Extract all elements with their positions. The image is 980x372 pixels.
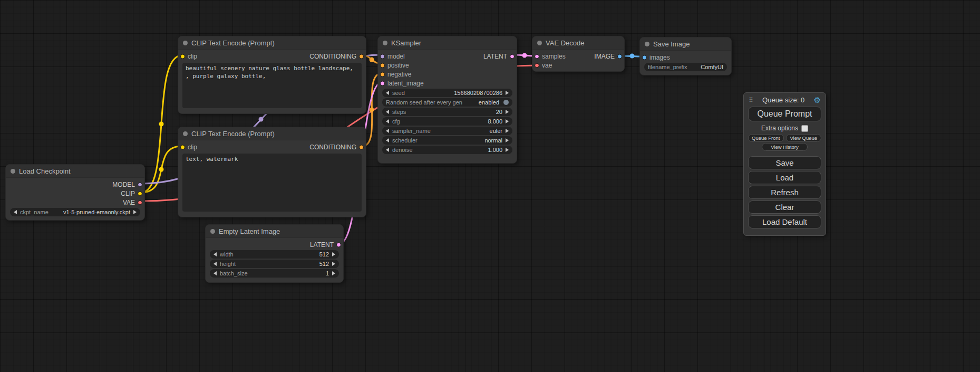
increment-icon[interactable] (332, 262, 335, 266)
scheduler-widget[interactable]: scheduler normal (382, 136, 512, 145)
extra-options-row: Extra options (748, 125, 821, 132)
slot-label: CONDITIONING (309, 53, 366, 60)
decrement-icon[interactable] (386, 110, 389, 114)
latent-output-dot[interactable] (336, 242, 341, 247)
filename-prefix-widget[interactable]: filename_prefix ComfyUI (644, 63, 727, 71)
collapse-toggle-icon[interactable] (11, 169, 15, 174)
positive-prompt-textarea[interactable]: beautiful scenery nature glass bottle la… (182, 63, 362, 108)
batch-size-widget[interactable]: batch_size 1 (210, 269, 339, 278)
increment-icon[interactable] (332, 252, 335, 256)
collapse-toggle-icon[interactable] (645, 42, 649, 46)
random-seed-toggle-widget[interactable]: Random seed after every gen enabled (382, 98, 512, 107)
decrement-icon[interactable] (214, 252, 217, 256)
sampler-name-widget[interactable]: sampler_name euler (382, 127, 512, 135)
extra-options-checkbox[interactable] (801, 125, 808, 132)
negative-prompt-textarea[interactable]: text, watermark (182, 154, 362, 212)
collapse-toggle-icon[interactable] (210, 229, 215, 234)
denoise-widget[interactable]: denoise 1.000 (382, 146, 512, 154)
model-input-dot[interactable] (380, 54, 385, 59)
slot-label: latent_image (378, 80, 424, 87)
conditioning-output-dot[interactable] (359, 54, 364, 59)
vae-input-dot[interactable] (535, 63, 539, 68)
node-header[interactable]: Load Checkpoint (6, 165, 144, 178)
widget-label: scheduler (392, 137, 418, 144)
decrement-icon[interactable] (386, 129, 389, 133)
view-queue-button[interactable]: View Queue (786, 134, 822, 142)
latent-output-dot[interactable] (510, 54, 515, 59)
node-vae-decode[interactable]: VAE Decode samples IMAGE vae (532, 36, 625, 72)
increment-icon[interactable] (506, 138, 509, 142)
clear-button[interactable]: Clear (748, 201, 821, 214)
increment-icon[interactable] (506, 129, 509, 133)
toggle-knob-icon[interactable] (503, 100, 509, 105)
node-header[interactable]: KSampler (378, 36, 517, 50)
load-default-button[interactable]: Load Default (748, 215, 821, 228)
collapse-toggle-icon[interactable] (383, 41, 387, 45)
node-header[interactable]: Empty Latent Image (206, 225, 343, 238)
decrement-icon[interactable] (14, 210, 17, 214)
widget-label: denoise (392, 147, 413, 153)
decrement-icon[interactable] (386, 91, 389, 95)
decrement-icon[interactable] (386, 138, 389, 142)
images-input-dot[interactable] (642, 55, 647, 60)
node-load-checkpoint[interactable]: Load Checkpoint MODEL CLIP VAE ckpt_name… (5, 164, 145, 221)
increment-icon[interactable] (506, 119, 509, 123)
node-clip-text-encode-positive[interactable]: CLIP Text Encode (Prompt) clip CONDITION… (178, 36, 366, 114)
negative-input-dot[interactable] (380, 72, 385, 77)
collapse-toggle-icon[interactable] (183, 131, 188, 136)
decrement-icon[interactable] (386, 148, 389, 152)
node-header[interactable]: Save Image (640, 37, 731, 51)
decrement-icon[interactable] (386, 119, 389, 123)
output-slot-vae: VAE (6, 198, 144, 207)
node-body: images filename_prefix ComfyUI (640, 51, 731, 71)
model-output-dot[interactable] (138, 182, 142, 187)
node-title: Load Checkpoint (19, 167, 71, 175)
clip-output-dot[interactable] (138, 191, 142, 196)
latent-image-input-dot[interactable] (380, 81, 385, 85)
decrement-icon[interactable] (214, 271, 217, 275)
node-header[interactable]: CLIP Text Encode (Prompt) (178, 127, 366, 140)
increment-icon[interactable] (506, 91, 509, 95)
drag-handle-icon[interactable]: ⠿ (749, 97, 753, 104)
queue-small-buttons-row: Queue Front View Queue (748, 134, 821, 142)
queue-prompt-button[interactable]: Queue Prompt (748, 107, 821, 121)
settings-gear-icon[interactable]: ⚙ (814, 96, 821, 104)
node-clip-text-encode-negative[interactable]: CLIP Text Encode (Prompt) clip CONDITION… (178, 127, 366, 217)
widget-value: 20 (496, 109, 502, 115)
node-ksampler[interactable]: KSampler model positive negative (377, 36, 517, 164)
widget-value: normal (484, 137, 502, 144)
image-output-dot[interactable] (617, 54, 622, 59)
increment-icon[interactable] (332, 271, 335, 275)
conditioning-output-dot[interactable] (359, 145, 364, 149)
node-canvas[interactable]: Load Checkpoint MODEL CLIP VAE ckpt_name… (0, 0, 980, 372)
refresh-button[interactable]: Refresh (748, 186, 821, 199)
node-save-image[interactable]: Save Image images filename_prefix ComfyU… (639, 37, 732, 75)
increment-icon[interactable] (506, 148, 509, 152)
decrement-icon[interactable] (214, 262, 217, 266)
node-empty-latent-image[interactable]: Empty Latent Image LATENT width 512 heig… (205, 224, 344, 283)
node-header[interactable]: CLIP Text Encode (Prompt) (178, 36, 366, 50)
width-widget[interactable]: width 512 (210, 250, 339, 259)
collapse-toggle-icon[interactable] (183, 41, 188, 45)
clip-input-dot[interactable] (180, 145, 185, 149)
view-history-button[interactable]: View History (762, 143, 807, 151)
load-button[interactable]: Load (748, 171, 821, 184)
increment-icon[interactable] (506, 110, 509, 114)
samples-input-dot[interactable] (535, 54, 539, 59)
steps-widget[interactable]: steps 20 (382, 108, 512, 116)
collapse-toggle-icon[interactable] (537, 41, 542, 45)
vae-output-dot[interactable] (138, 200, 142, 205)
node-header[interactable]: VAE Decode (532, 36, 624, 50)
ckpt-name-widget[interactable]: ckpt_name v1-5-pruned-emaonly.ckpt (10, 208, 140, 216)
increment-icon[interactable] (133, 210, 137, 214)
save-button[interactable]: Save (748, 156, 821, 169)
cfg-widget[interactable]: cfg 8.000 (382, 117, 512, 126)
positive-input-dot[interactable] (380, 63, 385, 68)
queue-front-button[interactable]: Queue Front (748, 134, 784, 142)
workflow-buttons: Save Load Refresh Clear Load Default (748, 156, 821, 228)
seed-widget[interactable]: seed 156680208700286 (382, 89, 512, 97)
clip-input-dot[interactable] (180, 54, 185, 59)
link-midpoint-dot (522, 53, 527, 58)
height-widget[interactable]: height 512 (210, 260, 339, 268)
input-slot-model: model (378, 52, 448, 61)
